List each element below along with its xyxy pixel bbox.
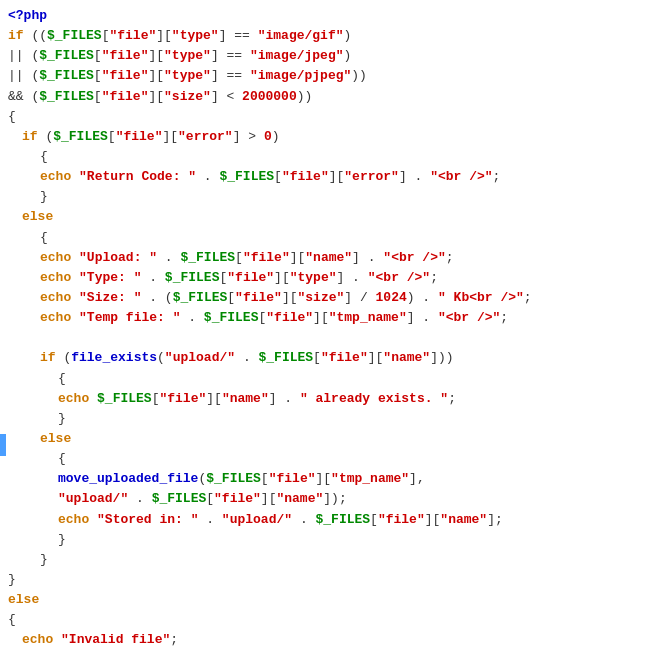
code-token: if (40, 348, 56, 368)
code-token: "type" (290, 268, 337, 288)
code-token: "Temp file: " (79, 308, 180, 328)
code-line-29: } (0, 570, 671, 590)
code-token: "file" (116, 127, 163, 147)
code-token: { (40, 228, 48, 248)
code-line-31: { (0, 610, 671, 630)
code-token: "file" (321, 348, 368, 368)
code-token: $_FILES (315, 510, 370, 530)
code-token: move_uploaded_file (58, 469, 198, 489)
code-token: { (58, 449, 66, 469)
code-line-1: <?php (0, 6, 671, 26)
code-token: "error" (178, 127, 233, 147)
code-token: ] == (211, 66, 250, 86)
code-line-5: && ($_FILES["file"]["size"] < 2000000)) (0, 87, 671, 107)
code-token: "upload/" (222, 510, 292, 530)
code-token: { (40, 147, 48, 167)
code-token: "type" (164, 46, 211, 66)
code-token: { (58, 369, 66, 389)
code-token: " already exists. " (300, 389, 448, 409)
code-token: "name" (276, 489, 323, 509)
code-line-16: echo "Temp file: " . $_FILES["file"]["tm… (0, 308, 671, 328)
code-token: ( (157, 348, 165, 368)
code-token: "file" (102, 66, 149, 86)
code-token: 2000000 (242, 87, 297, 107)
code-token: "file" (243, 248, 290, 268)
code-token: "<br />" (383, 248, 445, 268)
code-token: { (8, 107, 16, 127)
code-token: ][ (206, 389, 222, 409)
code-token: "file" (269, 469, 316, 489)
code-token: if (22, 127, 38, 147)
code-token: . (180, 308, 203, 328)
code-token: ][ (290, 248, 306, 268)
code-line-6: { (0, 107, 671, 127)
code-token: "type" (172, 26, 219, 46)
code-token: ][ (425, 510, 441, 530)
code-token: echo (58, 510, 89, 530)
code-token: ] . (407, 308, 438, 328)
code-token: "Upload: " (79, 248, 157, 268)
code-line-15: echo "Size: " . ($_FILES["file"]["size"]… (0, 288, 671, 308)
code-token (71, 248, 79, 268)
code-token: $_FILES (53, 127, 108, 147)
code-token: "file" (102, 46, 149, 66)
code-token: $_FILES (39, 46, 94, 66)
code-token: ; (170, 630, 178, 650)
code-token: ( (38, 127, 54, 147)
code-token: ]); (323, 489, 346, 509)
code-token: file_exists (71, 348, 157, 368)
code-token: $_FILES (173, 288, 228, 308)
code-token: <?php (8, 6, 47, 26)
code-line-14: echo "Type: " . $_FILES["file"]["type"] … (0, 268, 671, 288)
code-token: ; (524, 288, 532, 308)
code-token: "size" (164, 87, 211, 107)
code-token: else (8, 590, 39, 610)
code-token: && ( (8, 87, 39, 107)
code-token: ][ (148, 66, 164, 86)
code-token (71, 308, 79, 328)
code-token: [ (152, 389, 160, 409)
code-line-10: } (0, 187, 671, 207)
code-line-11: else (0, 207, 671, 227)
code-token: ][ (315, 469, 331, 489)
code-token (89, 389, 97, 409)
code-token: [ (370, 510, 378, 530)
code-token: "Size: " (79, 288, 141, 308)
code-token: . (128, 489, 151, 509)
code-token: [ (102, 26, 110, 46)
code-token: ]; (487, 510, 503, 530)
code-token: "image/pjpeg" (250, 66, 351, 86)
code-token: echo (40, 288, 71, 308)
code-token: } (8, 570, 16, 590)
code-line-24: move_uploaded_file($_FILES["file"]["tmp_… (0, 469, 671, 489)
code-token: "file" (214, 489, 261, 509)
code-token: echo (40, 268, 71, 288)
code-token: (( (24, 26, 47, 46)
code-line-28: } (0, 550, 671, 570)
code-token: ] . (337, 268, 368, 288)
code-token: . (196, 167, 219, 187)
code-token: )) (297, 87, 313, 107)
code-token (71, 268, 79, 288)
code-token: "file" (227, 268, 274, 288)
code-token: } (40, 187, 48, 207)
code-line-30: else (0, 590, 671, 610)
code-token: $_FILES (258, 348, 313, 368)
code-token: 1024 (376, 288, 407, 308)
code-token: "<br />" (430, 167, 492, 187)
code-token: "size" (298, 288, 345, 308)
code-token: echo (58, 389, 89, 409)
code-token: ] . (269, 389, 300, 409)
code-token: ][ (313, 308, 329, 328)
code-token: )) (351, 66, 367, 86)
code-line-empty (0, 328, 671, 348)
code-token: ) . (407, 288, 438, 308)
code-token: echo (22, 630, 53, 650)
code-token: "<br />" (438, 308, 500, 328)
code-token: ; (500, 308, 508, 328)
code-token (89, 510, 97, 530)
sidebar-marker (0, 434, 6, 456)
code-token: [ (108, 127, 116, 147)
code-line-8: { (0, 147, 671, 167)
code-line-26: echo "Stored in: " . "upload/" . $_FILES… (0, 510, 671, 530)
